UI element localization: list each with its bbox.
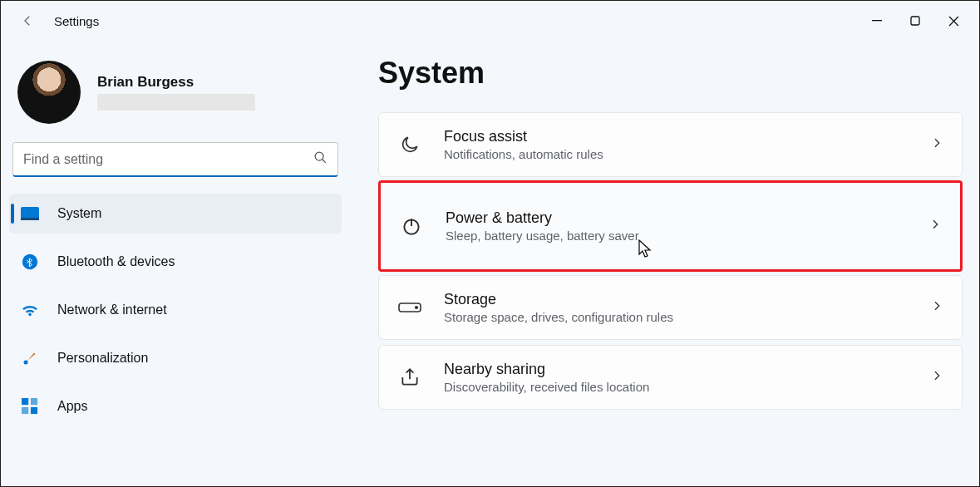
avatar <box>17 61 81 124</box>
svg-rect-1 <box>911 17 919 25</box>
settings-cards: Focus assist Notifications, automatic ru… <box>378 112 963 410</box>
minimize-button[interactable] <box>858 7 896 34</box>
monitor-icon <box>21 204 39 223</box>
search-icon <box>313 150 327 168</box>
sidebar-item-apps[interactable]: Apps <box>9 386 342 426</box>
svg-rect-8 <box>31 398 37 405</box>
close-button[interactable] <box>934 7 973 34</box>
chevron-right-icon <box>930 299 943 316</box>
svg-rect-9 <box>22 407 28 414</box>
chevron-right-icon <box>928 218 942 234</box>
sidebar-item-label: Network & internet <box>57 303 167 317</box>
card-nearby-sharing[interactable]: Nearby sharing Discoverability, received… <box>378 345 963 410</box>
card-subtitle: Discoverability, received files location <box>444 380 909 394</box>
wifi-icon <box>21 301 39 319</box>
drive-icon <box>397 295 422 320</box>
user-email-redacted <box>97 94 255 111</box>
search-input[interactable] <box>23 152 313 167</box>
sidebar-item-label: Bluetooth & devices <box>57 254 175 269</box>
chevron-right-icon <box>930 369 943 386</box>
nav: System Bluetooth & devices Network & int… <box>1 190 350 426</box>
sidebar-item-network[interactable]: Network & internet <box>9 290 342 330</box>
svg-point-6 <box>24 361 28 365</box>
user-profile[interactable]: Brian Burgess <box>1 54 350 135</box>
brush-icon <box>21 349 39 367</box>
user-name: Brian Burgess <box>97 74 255 91</box>
page-title: System <box>378 56 963 91</box>
main-pane: System Focus assist Notifications, autom… <box>350 41 979 486</box>
card-title: Nearby sharing <box>444 361 909 378</box>
power-icon <box>399 214 424 239</box>
card-storage[interactable]: Storage Storage space, drives, configura… <box>378 275 963 340</box>
share-icon <box>397 365 422 390</box>
card-power-battery[interactable]: Power & battery Sleep, battery usage, ba… <box>378 180 963 272</box>
sidebar: Brian Burgess System <box>1 41 350 486</box>
sidebar-item-bluetooth[interactable]: Bluetooth & devices <box>9 242 342 282</box>
svg-rect-7 <box>22 398 28 405</box>
card-focus-assist[interactable]: Focus assist Notifications, automatic ru… <box>378 112 963 177</box>
app-title: Settings <box>54 14 99 28</box>
svg-rect-4 <box>21 218 39 220</box>
sidebar-item-label: System <box>57 206 101 221</box>
card-subtitle: Notifications, automatic rules <box>444 147 909 161</box>
card-subtitle: Storage space, drives, configuration rul… <box>444 310 909 324</box>
svg-point-13 <box>416 307 418 309</box>
sidebar-item-personalization[interactable]: Personalization <box>9 338 342 378</box>
search-input-wrap[interactable] <box>12 142 338 177</box>
card-title: Power & battery <box>446 209 907 227</box>
maximize-button[interactable] <box>896 7 934 34</box>
titlebar: Settings <box>1 1 979 41</box>
apps-icon <box>21 397 39 416</box>
sidebar-item-label: Personalization <box>57 351 148 366</box>
bluetooth-icon <box>21 253 39 271</box>
svg-point-2 <box>315 152 323 160</box>
back-button[interactable] <box>17 11 37 31</box>
card-subtitle: Sleep, battery usage, battery saver <box>446 229 907 243</box>
card-title: Focus assist <box>444 128 909 145</box>
svg-rect-10 <box>31 407 37 414</box>
svg-rect-0 <box>872 20 882 21</box>
sidebar-item-label: Apps <box>57 399 87 414</box>
chevron-right-icon <box>930 136 943 153</box>
moon-icon <box>397 132 422 157</box>
sidebar-item-system[interactable]: System <box>9 194 342 234</box>
card-title: Storage <box>444 291 909 308</box>
